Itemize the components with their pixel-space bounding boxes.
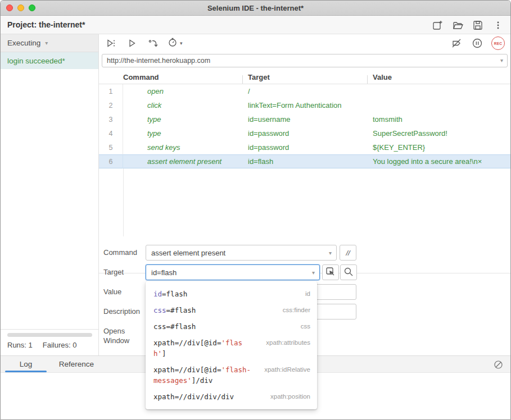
new-project-icon [431, 19, 444, 31]
base-url-input[interactable] [102, 54, 508, 67]
state-selector-label: Executing [7, 39, 40, 47]
sidebar-run-summary: Runs: 1 Failures: 0 [1, 329, 98, 355]
table-row[interactable]: 2 click linkText=Form Authentication [99, 98, 510, 112]
tests-sidebar: Executing ▾ login succeeded* Runs: 1 Fai… [1, 34, 99, 355]
value-field-label: Value [103, 287, 121, 296]
select-element-icon [325, 266, 336, 279]
project-label: Project: [7, 20, 37, 29]
locator-strategy-label: xpath:position [270, 391, 310, 402]
kebab-menu-icon [493, 20, 503, 30]
pause-on-exceptions-button[interactable] [471, 36, 484, 50]
table-row[interactable]: 3 type id=username tomsmith [99, 112, 510, 126]
project-menu-button[interactable] [491, 19, 505, 32]
open-project-button[interactable] [451, 19, 464, 32]
record-button[interactable]: REC [491, 36, 505, 50]
chevron-down-icon: ▾ [329, 250, 332, 256]
command-select-value: assert element present [151, 249, 225, 257]
locator-option-id[interactable]: id=flash id [146, 286, 317, 302]
window-title: Selenium IDE - the-internet* [1, 4, 510, 12]
run-all-tests-button[interactable] [105, 36, 118, 50]
locator-strategy-label: css [301, 321, 310, 332]
save-project-button[interactable] [471, 19, 485, 32]
clear-log-icon [493, 362, 504, 372]
disable-breakpoints-button[interactable] [450, 36, 463, 50]
target-combobox-value: id=flash [151, 268, 177, 277]
chevron-down-icon: ▾ [45, 40, 48, 46]
test-name: login succeeded* [7, 57, 65, 65]
locator-option-css-finder[interactable]: css=#flash css:finder [146, 302, 317, 318]
app-window: Selenium IDE - the-internet* Project: th… [0, 0, 511, 420]
description-field-label: Description [103, 307, 140, 316]
pause-circle-icon [471, 37, 483, 49]
locator-option-xpath-idrelative[interactable]: xpath=//div[@id='flash-messages']/div xp… [146, 362, 317, 389]
run-all-icon [105, 37, 117, 49]
tab-log[interactable]: Log [1, 356, 51, 372]
toolbar-left: ▾ [105, 36, 183, 50]
toolbar-right: REC [450, 36, 505, 50]
url-bar: ▾ [102, 54, 508, 67]
sidebar-state-selector[interactable]: Executing ▾ [1, 34, 98, 52]
run-counts: Runs: 1 Failures: 0 [7, 341, 77, 349]
new-project-button[interactable] [431, 19, 444, 32]
table-row[interactable]: 4 type id=password SuperSecretPassword! [99, 126, 510, 140]
failures-count: Failures: 0 [43, 341, 77, 349]
tab-reference[interactable]: Reference [51, 356, 102, 372]
playback-toolbar: ▾ [99, 34, 510, 52]
toggle-comment-button[interactable]: // [340, 245, 356, 261]
target-column-header: Target [248, 73, 373, 81]
table-row-selected[interactable]: 6 assert element present id=flash You lo… [99, 154, 510, 168]
run-progress-bar [7, 333, 92, 337]
search-icon [343, 266, 354, 279]
clear-log-button[interactable] [493, 359, 504, 372]
project-actions [431, 19, 505, 32]
find-target-button[interactable] [340, 264, 357, 280]
target-field-label: Target [103, 268, 124, 276]
open-folder-icon [451, 19, 464, 31]
table-row[interactable]: 5 send keys id=password ${KEY_ENTER} [99, 140, 510, 154]
log-tabs: Log Reference [1, 356, 102, 372]
target-locator-dropdown: id=flash id css=#flash css:finder css=#f… [146, 281, 317, 409]
play-icon [126, 37, 138, 49]
stopwatch-icon [167, 36, 178, 50]
command-column-header: Command [123, 73, 248, 81]
row-number-gutter-line [123, 168, 124, 236]
chevron-down-icon: ▾ [312, 270, 315, 276]
sidebar-item-login-succeeded[interactable]: login succeeded* [1, 52, 98, 69]
title-bar: Selenium IDE - the-internet* [1, 1, 510, 16]
value-column-header: Value [373, 73, 510, 81]
step-over-icon [147, 37, 159, 49]
locator-option-xpath-attributes[interactable]: xpath=//div[@id='flash'] xpath:attribute… [146, 335, 317, 362]
command-select[interactable]: assert element present ▾ [146, 245, 337, 261]
step-over-button[interactable] [146, 36, 160, 50]
select-target-in-page-button[interactable] [322, 264, 339, 280]
locator-strategy-label: css:finder [283, 305, 310, 316]
project-name: the-internet* [39, 20, 85, 29]
chevron-down-icon: ▾ [180, 40, 183, 46]
locator-strategy-label: xpath:idRelative [264, 364, 310, 375]
project-title: Project: the-internet* [7, 20, 85, 29]
target-combobox[interactable]: id=flash ▾ [146, 264, 320, 280]
column-divider [242, 75, 243, 84]
test-speed-control[interactable]: ▾ [167, 36, 183, 50]
project-bar: Project: the-internet* [1, 16, 510, 34]
breakpoint-slash-icon [450, 37, 463, 49]
save-icon [472, 19, 484, 31]
table-header: Command Target Value [99, 71, 510, 84]
locator-strategy-label: xpath:attributes [266, 337, 310, 348]
opens-window-field-label: Opens Window [103, 326, 129, 345]
command-table: Command Target Value 1 open / 2 click li… [99, 71, 510, 236]
locator-option-css[interactable]: css=#flash css [146, 318, 317, 335]
locator-strategy-label: id [305, 289, 310, 299]
locator-option-xpath-position[interactable]: xpath=//div/div/div xpath:position [146, 389, 317, 405]
runs-count: Runs: 1 [7, 341, 33, 349]
table-row[interactable]: 1 open / [99, 84, 510, 98]
run-current-test-button[interactable] [125, 36, 139, 50]
column-divider [367, 75, 368, 84]
command-field-label: Command [103, 248, 137, 257]
